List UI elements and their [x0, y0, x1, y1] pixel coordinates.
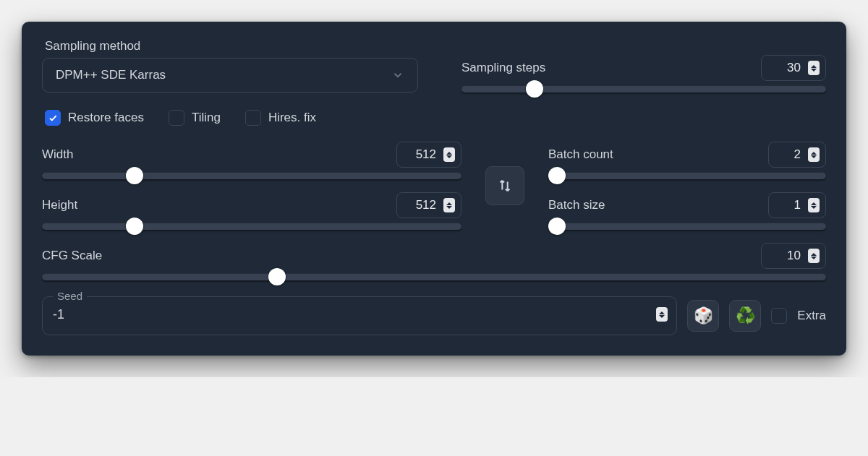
- height-input[interactable]: 512: [396, 192, 461, 218]
- slider-thumb[interactable]: [548, 218, 566, 235]
- batch-count-block: Batch count 2: [548, 142, 826, 179]
- batch-size-input[interactable]: 1: [768, 192, 826, 218]
- slider-thumb[interactable]: [126, 218, 143, 235]
- extra-checkbox[interactable]: [771, 308, 787, 324]
- batch-count-label: Batch count: [548, 147, 613, 162]
- restore-faces-checkbox[interactable]: Restore faces: [45, 110, 144, 126]
- stepper-icon[interactable]: [808, 249, 820, 263]
- swap-dimensions-button[interactable]: [485, 166, 524, 205]
- slider-thumb[interactable]: [548, 167, 566, 184]
- height-block: Height 512: [42, 192, 461, 230]
- batch-count-value: 2: [794, 147, 801, 162]
- checkbox-box: [245, 110, 261, 126]
- batch-size-block: Batch size 1: [548, 192, 826, 230]
- dice-icon: 🎲: [694, 306, 713, 325]
- swap-icon: [497, 178, 513, 194]
- checkbox-box: [169, 110, 184, 126]
- checkbox-box: [45, 110, 61, 126]
- cfg-scale-input[interactable]: 10: [761, 243, 826, 269]
- stepper-icon[interactable]: [808, 61, 820, 75]
- tiling-checkbox[interactable]: Tiling: [169, 110, 221, 126]
- batch-size-slider[interactable]: [548, 223, 826, 230]
- random-seed-button[interactable]: 🎲: [687, 300, 719, 332]
- top-row: Sampling method DPM++ SDE Karras Samplin…: [42, 39, 826, 93]
- hires-fix-label: Hires. fix: [268, 111, 316, 125]
- generation-settings-panel: Sampling method DPM++ SDE Karras Samplin…: [22, 22, 846, 356]
- sampling-steps-label: Sampling steps: [461, 61, 545, 75]
- tiling-label: Tiling: [192, 111, 221, 125]
- dimensions-row: Width 512 Height 512: [42, 142, 826, 230]
- checkbox-row: Restore faces Tiling Hires. fix: [42, 110, 826, 126]
- seed-label: Seed: [53, 290, 87, 302]
- cfg-scale-slider[interactable]: [42, 273, 826, 280]
- sampling-steps-value: 30: [787, 61, 801, 75]
- height-label: Height: [42, 198, 77, 212]
- seed-value: -1: [53, 307, 64, 322]
- slider-thumb[interactable]: [268, 268, 286, 285]
- stepper-icon[interactable]: [443, 147, 455, 162]
- extra-label: Extra: [797, 309, 826, 323]
- width-label: Width: [42, 147, 73, 162]
- seed-row: Seed -1 🎲 ♻️ Extra: [42, 296, 826, 335]
- width-value: 512: [416, 147, 436, 162]
- batch-size-value: 1: [794, 198, 801, 212]
- batch-count-input[interactable]: 2: [768, 142, 826, 168]
- stepper-icon[interactable]: [808, 198, 820, 212]
- check-icon: [48, 113, 58, 123]
- hires-fix-checkbox[interactable]: Hires. fix: [245, 110, 316, 126]
- sampling-steps-block: Sampling steps 30: [461, 55, 826, 93]
- batch-count-slider[interactable]: [548, 172, 826, 179]
- restore-faces-label: Restore faces: [68, 111, 144, 125]
- seed-field: Seed -1: [42, 296, 677, 335]
- sampling-method-select[interactable]: DPM++ SDE Karras: [42, 58, 418, 93]
- sampling-steps-slider[interactable]: [461, 85, 826, 93]
- slider-thumb[interactable]: [126, 167, 143, 184]
- slider-thumb[interactable]: [526, 80, 543, 98]
- stepper-icon[interactable]: [808, 147, 820, 162]
- reuse-seed-button[interactable]: ♻️: [729, 300, 761, 332]
- chevron-down-icon: [391, 69, 404, 82]
- width-slider[interactable]: [42, 172, 461, 179]
- height-value: 512: [416, 198, 436, 212]
- stepper-icon[interactable]: [443, 198, 455, 212]
- recycle-icon: ♻️: [736, 306, 755, 325]
- width-input[interactable]: 512: [396, 142, 461, 168]
- sampling-method-block: Sampling method DPM++ SDE Karras: [42, 39, 418, 93]
- batch-size-label: Batch size: [548, 198, 605, 212]
- sampling-method-value: DPM++ SDE Karras: [56, 68, 166, 82]
- seed-input[interactable]: -1: [53, 301, 668, 327]
- cfg-scale-block: CFG Scale 10: [42, 243, 826, 280]
- cfg-scale-label: CFG Scale: [42, 249, 102, 263]
- stepper-icon[interactable]: [656, 307, 668, 322]
- sampling-steps-input[interactable]: 30: [761, 55, 826, 81]
- cfg-scale-value: 10: [787, 249, 801, 263]
- width-block: Width 512: [42, 142, 461, 179]
- sampling-method-label: Sampling method: [45, 39, 418, 53]
- height-slider[interactable]: [42, 223, 461, 230]
